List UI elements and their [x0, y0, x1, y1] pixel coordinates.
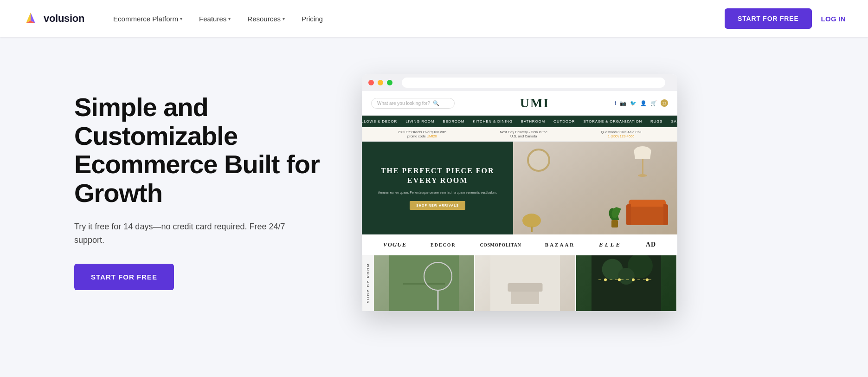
svg-point-16: [604, 279, 607, 281]
room-3-svg: [576, 255, 676, 311]
store-nav-kitchen: KITCHEN & DINING: [473, 119, 513, 124]
store-nav-living: LIVING ROOM: [405, 119, 434, 124]
store-search-icon: 🔍: [433, 100, 439, 106]
press-elle: ELLE: [599, 241, 622, 248]
sofa-decoration: [626, 200, 668, 225]
hero-start-button[interactable]: START FOR FREE: [74, 264, 174, 290]
shop-by-room-section: SHOP BY ROOM: [362, 255, 677, 311]
room-image-3: [576, 255, 677, 311]
browser-url-bar: [402, 78, 665, 88]
press-decor: ĒDECOR: [431, 242, 456, 247]
nav-ecommerce-platform[interactable]: Ecommerce Platform ▾: [107, 11, 189, 26]
store-nav-pillows: PILLOWS & DECOR: [362, 119, 397, 124]
store-logo: UMI: [520, 96, 550, 110]
store-hero-image: [513, 142, 677, 234]
store-hero-button: SHOP NEW ARRIVALS: [410, 201, 465, 210]
table-leg: [531, 227, 533, 232]
volusion-logo-icon: [22, 10, 39, 27]
store-preview: What are you looking for? 🔍 UMI f 📷 🐦 👤 …: [362, 74, 831, 311]
store-nav-bedroom: BEDROOM: [443, 119, 464, 124]
store-header: What are you looking for? 🔍 UMI f 📷 🐦 👤 …: [362, 91, 677, 116]
svg-point-19: [646, 279, 649, 281]
store-banner-promo: 20% Off Orders Over $100 withpromo code …: [398, 130, 447, 138]
store-search-bar: What are you looking for? 🔍: [371, 98, 455, 109]
store-nav-rugs: RUGS: [650, 119, 662, 124]
twitter-icon: 🐦: [630, 100, 637, 106]
svg-point-17: [618, 279, 621, 281]
nav-start-button[interactable]: START FOR FREE: [725, 8, 812, 29]
nav-actions: START FOR FREE LOG IN: [725, 8, 846, 29]
chevron-down-icon: ▾: [283, 16, 285, 21]
nav-pricing[interactable]: Pricing: [295, 11, 329, 26]
svg-rect-10: [508, 283, 543, 292]
nav-links: Ecommerce Platform ▾ Features ▾ Resource…: [107, 11, 725, 26]
navbar: volusion Ecommerce Platform ▾ Features ▾…: [0, 0, 868, 37]
logo-link[interactable]: volusion: [22, 10, 84, 27]
cart-count-badge: 12: [661, 99, 668, 107]
hero-content: Simple and Customizable Ecommerce Built …: [74, 65, 334, 290]
hero-subtitle: Try it free for 14 days—no credit card r…: [74, 220, 288, 247]
room-image-1: [374, 255, 475, 311]
chevron-down-icon: ▾: [228, 16, 231, 21]
browser-window: What are you looking for? 🔍 UMI f 📷 🐦 👤 …: [362, 74, 677, 311]
user-icon: 👤: [640, 100, 647, 106]
nav-resources[interactable]: Resources ▾: [241, 11, 291, 26]
store-banner: 20% Off Orders Over $100 withpromo code …: [362, 127, 677, 142]
store-navigation: PILLOWS & DECOR LIVING ROOM BEDROOM KITC…: [362, 116, 677, 127]
room-image-2: [475, 255, 576, 311]
browser-dot-minimize: [378, 80, 383, 85]
store-banner-contact: Questions? Give As a Call1 (800) 123-456…: [601, 130, 641, 138]
store-hero-title: THE PERFECT PIECE FOR EVERY ROOM: [373, 166, 502, 186]
store-social-icons: f 📷 🐦 👤 🛒 12: [615, 99, 668, 107]
store-nav-outdoor: OUTDOOR: [553, 119, 575, 124]
store-nav-storage: STORAGE & ORGANIZATION: [583, 119, 642, 124]
store-press-logos: VOGUE ĒDECOR COSMOPOLITAN BAZAAR ELLE AD: [362, 234, 677, 255]
svg-rect-5: [403, 283, 445, 285]
press-ad: AD: [646, 241, 656, 248]
shop-by-room-label: SHOP BY ROOM: [362, 255, 374, 311]
store-hero-subtitle: Aenean eu leo quam. Pellentesque ornare …: [378, 190, 497, 195]
svg-rect-9: [511, 290, 539, 304]
logo-text: volusion: [44, 13, 84, 25]
press-bazaar: BAZAAR: [545, 242, 575, 247]
store-hero-section: THE PERFECT PIECE FOR EVERY ROOM Aenean …: [362, 142, 677, 234]
svg-point-14: [618, 268, 635, 285]
instagram-icon: 📷: [620, 100, 626, 106]
chevron-down-icon: ▾: [180, 16, 182, 21]
browser-dot-maximize: [387, 80, 392, 85]
press-vogue: VOGUE: [383, 241, 407, 248]
room-images: [374, 255, 677, 311]
press-cosmopolitan: COSMOPOLITAN: [480, 242, 521, 247]
lamp-decoration: [633, 146, 652, 179]
cart-icon: 🛒: [650, 100, 657, 106]
browser-bar: [362, 74, 677, 91]
browser-dot-close: [368, 80, 374, 85]
store-hero-left: THE PERFECT PIECE FOR EVERY ROOM Aenean …: [362, 142, 513, 234]
hero-title: Simple and Customizable Ecommerce Built …: [74, 93, 334, 207]
facebook-icon: f: [615, 100, 616, 106]
nav-login-button[interactable]: LOG IN: [821, 15, 846, 23]
store-banner-delivery: Next Day Delivery - Only in theU.S. and …: [500, 130, 547, 138]
store-nav-sale: SALE: [671, 119, 677, 124]
hero-section: Simple and Customizable Ecommerce Built …: [0, 37, 868, 377]
nav-features[interactable]: Features ▾: [193, 11, 237, 26]
plant-decoration: [608, 200, 622, 228]
room-2-svg: [475, 255, 575, 311]
store-search-placeholder: What are you looking for?: [377, 101, 430, 106]
svg-point-18: [632, 279, 635, 281]
store-nav-bathroom: BATHROOM: [521, 119, 545, 124]
room-1-svg: [374, 255, 474, 311]
